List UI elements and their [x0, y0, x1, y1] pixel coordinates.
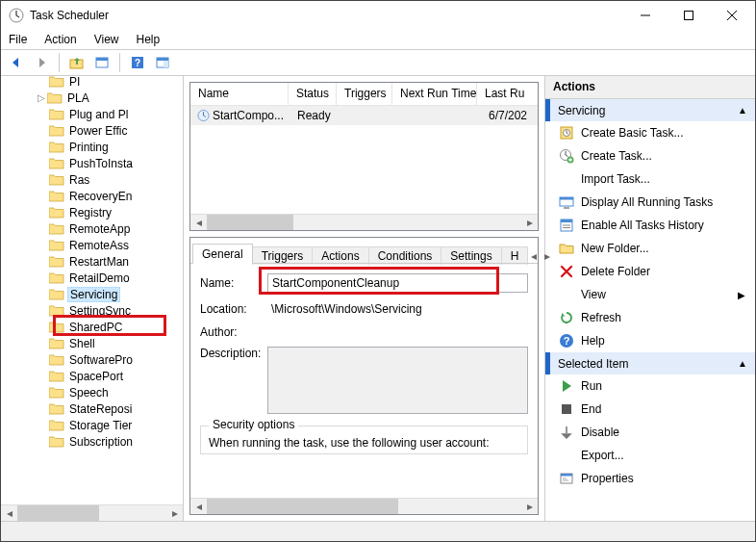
tree-item-recoveryen[interactable]: RecoveryEn [1, 188, 183, 204]
tree-item-remoteass[interactable]: RemoteAss [1, 237, 183, 253]
tree-item-label: Shell [67, 337, 97, 350]
tree-item-label: Servicing [67, 287, 120, 302]
help-toolbar-button[interactable]: ? [126, 52, 149, 73]
collapse-icon[interactable]: ▲ [738, 105, 747, 116]
help-icon: ? [559, 333, 574, 348]
pane-toolbar-button[interactable] [151, 52, 174, 73]
action-display-all-running-tasks[interactable]: Display All Running Tasks [545, 191, 755, 214]
action-disable[interactable]: Disable [545, 421, 755, 444]
name-field[interactable]: StartComponentCleanup [267, 273, 528, 293]
tree-item-pi[interactable]: PI [1, 76, 183, 90]
scroll-left-icon[interactable]: ◂ [1, 505, 17, 522]
action-help[interactable]: ?Help [545, 329, 755, 352]
tree-scroll[interactable]: Offline FilesPI▷PLAPlug and PlPower Effi… [1, 76, 183, 504]
action-create-task[interactable]: Create Task... [545, 144, 755, 168]
action-create-basic-task[interactable]: Create Basic Task... [545, 121, 755, 144]
action-label: Create Task... [581, 149, 652, 163]
details-hscroll[interactable]: ◂ ▸ [190, 498, 538, 514]
task-row[interactable]: StartCompo... Ready 6/7/202 [190, 106, 538, 125]
tree-item-subscription[interactable]: Subscription [1, 433, 183, 450]
action-delete-folder[interactable]: Delete Folder [545, 260, 755, 283]
back-button[interactable] [5, 52, 28, 73]
tree-item-remoteapp[interactable]: RemoteApp [1, 220, 183, 237]
action-new-folder[interactable]: New Folder... [545, 237, 755, 260]
action-import-task[interactable]: Import Task... [545, 168, 755, 191]
tree-item-pushtoinsta[interactable]: PushToInsta [1, 155, 183, 171]
tree-item-printing[interactable]: Printing [1, 139, 183, 155]
svg-rect-18 [561, 219, 572, 222]
scroll-thumb[interactable] [17, 505, 99, 521]
col-triggers[interactable]: Triggers [337, 83, 392, 105]
action-run[interactable]: Run [545, 374, 755, 398]
tree-item-spaceport[interactable]: SpacePort [1, 368, 183, 384]
scroll-left-icon[interactable]: ◂ [190, 215, 207, 231]
action-properties[interactable]: Properties [545, 467, 755, 490]
tab-general[interactable]: General [192, 244, 253, 264]
section-selected-item[interactable]: Selected Item ▲ [545, 352, 755, 374]
collapse-icon[interactable]: ▲ [738, 358, 747, 369]
description-field[interactable] [267, 347, 528, 414]
folder-icon [49, 288, 64, 300]
menu-view[interactable]: View [92, 33, 121, 46]
folder-icon [49, 255, 64, 268]
tasklist-hscroll[interactable]: ◂ ▸ [190, 214, 538, 230]
tree-item-softwarepro[interactable]: SoftwarePro [1, 351, 183, 368]
action-label: View [581, 288, 606, 301]
tree-item-retaildemo[interactable]: RetailDemo [1, 270, 183, 286]
col-lastrun[interactable]: Last Ru [477, 83, 538, 105]
folder-icon [49, 435, 64, 448]
menubar: File Action View Help [1, 30, 755, 49]
close-button[interactable] [710, 2, 753, 29]
tree-item-storage-tier[interactable]: Storage Tier [1, 417, 183, 433]
scroll-thumb[interactable] [207, 215, 293, 230]
tree-hscrollbar[interactable]: ◂ ▸ [1, 504, 183, 521]
menu-file[interactable]: File [7, 33, 29, 46]
tree-item-registry[interactable]: Registry [1, 204, 183, 220]
action-end[interactable]: End [545, 398, 755, 421]
tree-item-shell[interactable]: Shell [1, 335, 183, 351]
properties-toolbar-button[interactable] [90, 52, 113, 73]
col-status[interactable]: Status [289, 83, 337, 105]
tree-item-speech[interactable]: Speech [1, 384, 183, 400]
tab-prev-icon[interactable]: ◂ [527, 249, 541, 263]
scroll-thumb[interactable] [207, 499, 398, 514]
scroll-left-icon[interactable]: ◂ [190, 499, 207, 515]
menu-action[interactable]: Action [42, 33, 78, 46]
tree-item-plug-and-pl[interactable]: Plug and Pl [1, 106, 183, 122]
tree-pane: Offline FilesPI▷PLAPlug and PlPower Effi… [1, 76, 184, 521]
create-task-icon [559, 148, 574, 164]
col-name[interactable]: Name [190, 83, 289, 105]
tree-item-power-effic[interactable]: Power Effic [1, 122, 183, 139]
section-servicing[interactable]: Servicing ▲ [545, 99, 755, 121]
maximize-button[interactable] [667, 2, 710, 29]
tree-item-ras[interactable]: Ras [1, 171, 183, 188]
toolbar: ? [1, 49, 755, 76]
action-refresh[interactable]: Refresh [545, 306, 755, 329]
new-folder-icon [559, 241, 574, 256]
up-button[interactable] [65, 52, 88, 73]
action-enable-all-tasks-history[interactable]: Enable All Tasks History [545, 214, 755, 237]
forward-button[interactable] [30, 52, 53, 73]
tree-item-label: PLA [65, 91, 91, 105]
expand-icon[interactable]: ▷ [36, 92, 47, 103]
minimize-button[interactable] [623, 2, 667, 29]
tree-item-settingsync[interactable]: SettingSync [1, 302, 183, 319]
tab-next-icon[interactable]: ▸ [541, 249, 554, 263]
tree-item-pla[interactable]: ▷PLA [1, 90, 183, 106]
scroll-right-icon[interactable]: ▸ [166, 505, 183, 522]
action-label: Create Basic Task... [581, 126, 684, 140]
action-view[interactable]: View▶ [545, 283, 755, 306]
folder-icon [49, 206, 64, 219]
menu-help[interactable]: Help [135, 33, 163, 46]
col-nextrun[interactable]: Next Run Time [392, 83, 477, 105]
scroll-right-icon[interactable]: ▸ [521, 215, 538, 231]
tree-item-label: Printing [67, 141, 111, 154]
tree-item-statereposi[interactable]: StateReposi [1, 400, 183, 417]
folder-icon [47, 91, 63, 104]
scroll-right-icon[interactable]: ▸ [521, 499, 538, 515]
tree-item-sharedpc[interactable]: SharedPC [1, 319, 183, 335]
tree-item-restartman[interactable]: RestartMan [1, 253, 183, 270]
tree-item-servicing[interactable]: Servicing [1, 286, 183, 302]
action-export[interactable]: Export... [545, 444, 755, 467]
actions-scroll[interactable]: Servicing ▲ Create Basic Task...Create T… [545, 99, 755, 521]
